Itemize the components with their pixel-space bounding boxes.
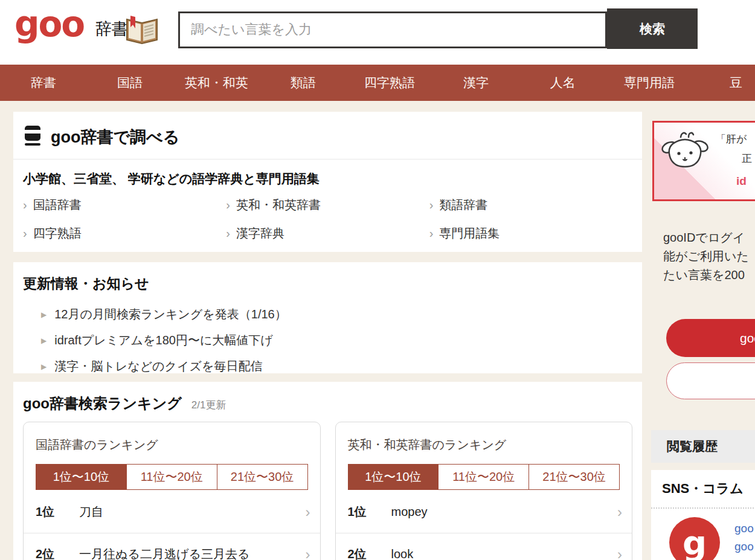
ranking-row[interactable]: 2位 look › <box>336 533 632 560</box>
browsing-history-label: 閲覧履歴 <box>667 438 718 455</box>
news-item-label: idraftプレミアムを180円〜に大幅値下げ <box>54 332 273 349</box>
nav-item-eiwa-waei[interactable]: 英和・和英 <box>173 65 260 101</box>
search-button[interactable]: 検索 <box>607 8 698 49</box>
ranking-panel-title: 国語辞書のランキング <box>24 422 320 464</box>
login-promo-line: gooIDでログイ <box>663 228 755 247</box>
link-label: 英和・和英辞書 <box>236 197 321 213</box>
search-input[interactable] <box>178 11 607 48</box>
tab-rank-1-10[interactable]: 1位〜10位 <box>36 465 126 489</box>
triangle-right-icon: ▶ <box>41 311 47 319</box>
ranking-row[interactable]: 1位 刀自 › <box>24 491 320 533</box>
banner-text-line2: 正 <box>742 152 752 166</box>
link-label: 四字熟語 <box>33 225 82 242</box>
news-item[interactable]: ▶ 12月の月間検索ランキングを発表（1/16） <box>41 306 632 323</box>
nav-item-kanji[interactable]: 漢字 <box>433 65 519 101</box>
ranking-updated-date: 2/1更新 <box>191 398 226 412</box>
nav-item-kokugo[interactable]: 国語 <box>86 65 173 101</box>
open-book-icon <box>124 13 159 48</box>
link-label: 国語辞書 <box>33 197 82 213</box>
ranking-panel-kokugo: 国語辞書のランキング 1位〜10位 11位〜20位 21位〜30位 1位 刀自 … <box>23 422 321 560</box>
header: goo 辞書 検索 <box>0 0 755 65</box>
nav-item-senmon[interactable]: 専門用語 <box>606 65 692 101</box>
ranking-panel-title: 英和・和英辞書のランキング <box>336 422 632 464</box>
sns-link[interactable]: goo <box>734 520 754 538</box>
triangle-right-icon: ▶ <box>41 362 47 371</box>
secondary-button[interactable] <box>666 362 755 399</box>
lookup-subtitle: 小学館、三省堂、 学研などの語学辞典と専門用語集 <box>13 159 642 193</box>
triangle-right-icon: ▶ <box>41 336 47 345</box>
main-nav: 辞書 国語 英和・和英 類語 四字熟語 漢字 人名 専門用語 豆 <box>0 65 755 101</box>
tab-rank-1-10[interactable]: 1位〜10位 <box>349 465 439 489</box>
banner-text-line3: id <box>736 175 747 188</box>
news-card: 更新情報・お知らせ ▶ 12月の月間検索ランキングを発表（1/16） ▶ idr… <box>13 262 642 373</box>
nav-item-yojijukugo[interactable]: 四字熟語 <box>346 65 432 101</box>
link-kokugo-dictionary[interactable]: › 国語辞書 <box>23 197 226 213</box>
goo-id-login-button[interactable]: goo <box>666 319 755 357</box>
link-kanji-dictionary[interactable]: › 漢字辞典 <box>226 225 429 242</box>
rank-word: 一月往ぬる二月逃げる三月去る <box>79 546 306 560</box>
chevron-right-icon: › <box>226 198 230 212</box>
link-label: 専門用語集 <box>439 225 500 242</box>
link-eiwa-waei-dictionary[interactable]: › 英和・和英辞書 <box>226 197 429 213</box>
ranking-section: goo辞書検索ランキング 2/1更新 国語辞書のランキング 1位〜10位 11位… <box>13 382 642 560</box>
ranking-row[interactable]: 1位 mopey › <box>336 491 632 533</box>
rank-label: 2位 <box>36 546 79 560</box>
chevron-right-icon: › <box>306 505 310 520</box>
news-card-title: 更新情報・お知らせ <box>13 262 642 303</box>
nav-item-dictionary[interactable]: 辞書 <box>0 65 86 101</box>
link-yojijukugo[interactable]: › 四字熟語 <box>23 225 226 242</box>
idraft-ad-banner[interactable]: 「肝が 正 id <box>652 121 755 201</box>
link-thesaurus[interactable]: › 類語辞書 <box>429 197 632 213</box>
login-promo-line: 能がご利用いた <box>663 247 755 266</box>
goo-logo[interactable]: goo <box>14 4 84 45</box>
browsing-history-header: 閲覧履歴 <box>651 430 755 463</box>
lookup-card-title: goo辞書で調べる <box>51 126 179 148</box>
rank-word: look <box>391 547 618 560</box>
login-button-label: goo <box>740 331 755 346</box>
chevron-right-icon: › <box>617 505 622 520</box>
chevron-right-icon: › <box>429 198 434 212</box>
chevron-right-icon: › <box>226 227 230 240</box>
link-label: 類語辞書 <box>439 197 487 213</box>
chevron-right-icon: › <box>429 227 434 240</box>
login-promo-text: gooIDでログイ 能がご利用いた たい言葉を200 <box>663 228 755 285</box>
nav-item-ruigo[interactable]: 類語 <box>260 65 346 101</box>
ranking-row[interactable]: 2位 一月往ぬる二月逃げる三月去る › <box>24 533 320 560</box>
goat-icon <box>661 131 708 177</box>
nav-item-mame[interactable]: 豆 <box>693 65 755 101</box>
rank-word: 刀自 <box>79 504 306 520</box>
tab-rank-11-20[interactable]: 11位〜20位 <box>126 465 217 489</box>
banner-text-line1: 「肝が <box>716 132 747 146</box>
rank-label: 1位 <box>36 504 79 520</box>
tab-rank-21-30[interactable]: 21位〜30位 <box>528 465 619 489</box>
chevron-right-icon: › <box>306 547 310 560</box>
sns-link[interactable]: goo <box>734 538 754 556</box>
chevron-right-icon: › <box>23 227 27 240</box>
chevron-right-icon: › <box>617 547 622 560</box>
login-promo-line: たい言葉を200 <box>663 266 755 285</box>
black-book-icon <box>23 125 42 149</box>
rank-label: 1位 <box>348 504 391 520</box>
ranking-panel-eiwa: 英和・和英辞書のランキング 1位〜10位 11位〜20位 21位〜30位 1位 … <box>335 422 633 560</box>
link-technical-terms[interactable]: › 専門用語集 <box>429 225 632 242</box>
rank-word: mopey <box>391 505 618 519</box>
news-item-label: 12月の月間検索ランキングを発表（1/16） <box>54 306 286 323</box>
news-item-label: 漢字・脳トレなどのクイズを毎日配信 <box>54 358 262 375</box>
lookup-card: goo辞書で調べる 小学館、三省堂、 学研などの語学辞典と専門用語集 › 国語辞… <box>13 112 642 252</box>
rank-label: 2位 <box>348 546 391 560</box>
nav-item-jinmei[interactable]: 人名 <box>519 65 606 101</box>
sns-column-title: SNS・コラム <box>651 470 755 498</box>
search-bar: 検索 <box>178 8 698 49</box>
sns-link-row[interactable]: g goo goo <box>651 509 755 560</box>
sns-column-card: SNS・コラム g goo goo <box>651 470 755 560</box>
news-item[interactable]: ▶ idraftプレミアムを180円〜に大幅値下げ <box>41 332 632 349</box>
chevron-right-icon: › <box>23 198 27 212</box>
link-label: 漢字辞典 <box>236 225 284 242</box>
tab-rank-21-30[interactable]: 21位〜30位 <box>217 465 307 489</box>
service-label: 辞書 <box>95 18 128 40</box>
ranking-title: goo辞書検索ランキング <box>23 394 182 413</box>
news-item[interactable]: ▶ 漢字・脳トレなどのクイズを毎日配信 <box>41 358 632 375</box>
goo-circle-logo: g <box>669 517 720 560</box>
tab-rank-11-20[interactable]: 11位〜20位 <box>438 465 528 489</box>
